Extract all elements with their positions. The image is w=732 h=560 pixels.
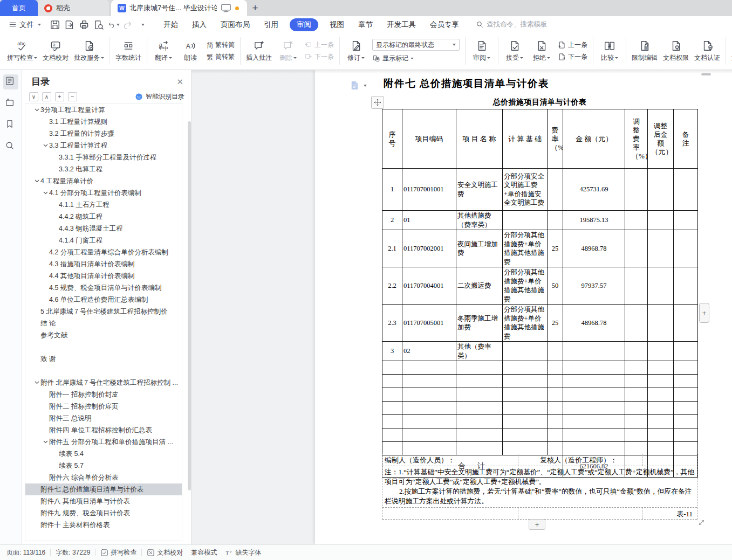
table-cell[interactable] [674,267,698,305]
compare-button[interactable]: 比较 [596,34,623,67]
print-button[interactable] [78,19,91,31]
table-cell[interactable] [674,230,698,267]
table-cell[interactable] [503,428,548,442]
table-cell[interactable]: 分部分项安全文明施工费+单价措施安全文明施工费 [503,169,548,211]
table-cell[interactable]: 分部分项其他措施费+单价措施其他措施费 [503,267,548,305]
table-cell[interactable] [674,428,698,442]
table-cell[interactable] [674,388,698,402]
doc-proof-button[interactable]: a-文档校对 [40,34,71,67]
table-cell[interactable] [625,415,648,428]
read-aloud-button[interactable]: A朗读 [177,34,204,67]
table-cell[interactable] [563,442,625,455]
show-markup-button[interactable]: 显示标记 [372,54,460,63]
table-cell[interactable] [402,415,456,428]
toc-item[interactable]: 附件六 综合单价分析表 [25,472,182,483]
doc-certify-button[interactable]: 文档认证 [692,34,723,67]
table-cell[interactable] [456,361,503,375]
menu-tab-审阅[interactable]: 审阅 [290,18,318,31]
table-cell[interactable] [548,211,563,230]
table-cell[interactable] [563,415,625,428]
table-cell[interactable] [648,361,674,375]
empty-cell[interactable] [642,454,697,466]
table-cell[interactable] [674,442,698,455]
chevron-down-icon[interactable] [33,381,40,384]
menu-tab-插入[interactable]: 插入 [192,20,207,30]
table-cell[interactable] [402,361,456,375]
insert-row-side-button[interactable]: + [699,303,709,323]
toc-item[interactable]: 附件五 分部分项工程和单价措施项目清 ... [25,436,182,448]
table-notes[interactable]: 注：1.“计算基础”中安全文明施工费可为“定额基价”、“定额人工费”或“定额人工… [382,466,697,507]
table-cell[interactable]: 50 [548,267,563,305]
next-comment-button[interactable]: 下一条 [304,52,334,61]
prev-change-button[interactable]: 上一条 [558,40,587,50]
simp-to-trad-button[interactable]: 繁简转繁 [207,52,235,61]
table-header-cell[interactable]: 调整费率（%） [625,109,648,169]
smart-toc-button[interactable]: 智能识别目录 [135,92,184,101]
toc-collapse-all-button[interactable]: − [68,92,77,101]
toc-item[interactable]: 4.4 其他项目清单计价表编制 [25,270,182,282]
table-cell[interactable] [503,375,548,388]
table-cell[interactable]: 夜间施工增加费 [456,230,503,267]
status-spell-check[interactable]: 拼写检查 [100,548,136,557]
toc-item[interactable]: 3.3.1 手算部分工程量及计价过程 [25,151,182,163]
table-cell[interactable] [648,402,674,415]
reviewer-cell[interactable]: 复核人（造价工程师）： [518,454,642,466]
redo-button[interactable] [121,19,134,31]
table-cell[interactable]: 2.2 [382,267,402,305]
table-header-cell[interactable]: 调整后金额（元） [648,109,674,169]
insert-comment-button[interactable]: 插入批注 [243,34,275,67]
table-cell[interactable] [648,211,674,230]
table-cell[interactable] [503,388,548,402]
toc-item[interactable]: 3.2 工程量的计算步骤 [25,128,182,140]
spell-check-button[interactable]: abc拼写检查 [4,34,40,67]
menu-tab-开始[interactable]: 开始 [163,20,178,30]
table-cell[interactable]: 安全文明施工费 [456,169,503,211]
table-cell[interactable] [456,428,503,442]
table-cell[interactable] [456,402,503,415]
table-cell[interactable]: 01 [402,211,456,230]
delete-comment-button[interactable]: 删除 [275,34,302,67]
table-cell[interactable]: 011707002001 [402,230,456,267]
toc-item[interactable]: 4.1.4 门窗工程 [25,234,182,246]
chevron-down-icon[interactable] [42,440,49,444]
command-search[interactable]: 查找命令、搜索模板 [476,20,548,29]
table-cell[interactable] [648,428,674,442]
table-cell[interactable] [402,375,456,388]
table-cell[interactable] [382,428,402,442]
toc-item[interactable]: 附件 北岸康城７号住宅楼建筑工程招标控制 ... [25,377,182,389]
table-cell[interactable] [674,169,698,211]
track-changes-button[interactable]: 修订 [343,34,370,67]
table-cell[interactable] [548,428,563,442]
toc-item[interactable]: 4.2 分项工程量清单综合单价分析表编制 [25,246,182,258]
empty-cell[interactable] [518,508,642,519]
table-cell[interactable] [402,442,456,455]
share-screen-icon[interactable] [220,2,232,14]
toc-item[interactable]: 致 谢 [25,353,182,365]
doc-permission-button[interactable]: 文档权限 [660,34,692,67]
heading-block-icon[interactable] [350,80,360,91]
toc-item[interactable]: 4.3 措施项目清单计价表编制 [25,258,182,270]
table-cell[interactable] [563,388,625,402]
toc-item[interactable]: 参考文献 [25,329,182,341]
table-header-cell[interactable]: 项目编码 [402,109,456,169]
new-tab-button[interactable]: + [247,0,263,16]
expand-corner-icon[interactable] [696,516,707,528]
table-cell[interactable] [625,402,648,415]
menu-tab-引用[interactable]: 引用 [264,20,278,30]
toc-item[interactable]: 4.1.1 土石方工程 [25,199,182,211]
table-cell[interactable] [548,375,563,388]
table-cell[interactable] [382,375,402,388]
table-cell[interactable]: 其他（费率类） [456,342,503,361]
tab-home[interactable]: 首页 [0,0,38,16]
toc-item[interactable]: 5 北岸康城７号住宅楼建筑工程招标控制价 [25,306,182,317]
table-cell[interactable] [625,267,648,305]
table-cell[interactable]: 1 [382,169,402,211]
table-cell[interactable] [625,169,648,211]
table-cell[interactable] [503,211,548,230]
toc-item[interactable]: 附件一 招标控制价封皮 [25,389,182,400]
scrollbar-fragment[interactable] [701,73,711,75]
table-cell[interactable] [503,361,548,375]
toc-item[interactable]: 3.3 工程量计算过程 [25,140,182,151]
doc-finalize-button[interactable]: 文档定稿 [729,34,732,67]
table-cell[interactable] [402,428,456,442]
